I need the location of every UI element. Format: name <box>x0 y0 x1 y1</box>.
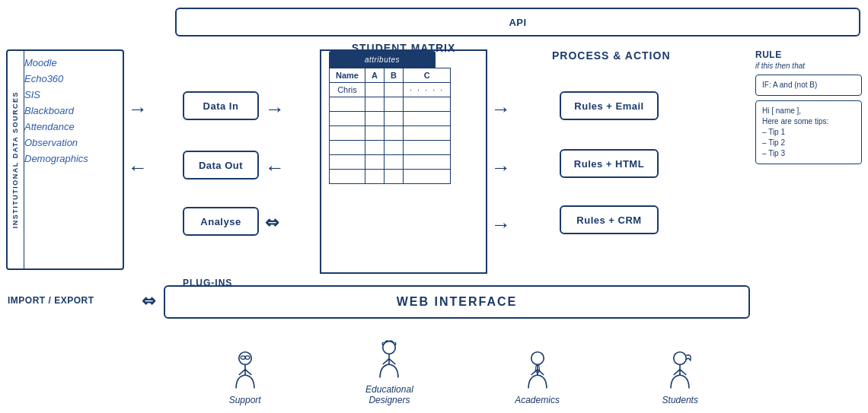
data-out-button[interactable]: Data Out <box>183 151 259 179</box>
rule-sublabel: if this then that <box>755 62 862 70</box>
arrow-matrix-to-crm: → <box>491 213 511 237</box>
rule-box-2: Hi [ name ], Here are some tips: – Tip 1… <box>755 100 862 164</box>
arrow-matrix-to-html: → <box>491 156 511 179</box>
data-in-button[interactable]: Data In <box>183 91 259 120</box>
rules-html-button[interactable]: Rules + HTML <box>560 149 659 178</box>
student-matrix-table: Name A B C Chris · · · · · <box>329 68 451 184</box>
table-row-empty4 <box>330 141 451 155</box>
arrow-inst-to-datain: → <box>128 97 148 121</box>
arrow-datain-to-matrix: → <box>265 97 285 121</box>
inst-item-attendance: Attendance <box>24 121 88 132</box>
table-row-empty5 <box>330 155 451 170</box>
import-export-label: IMPORT / EXPORT <box>8 295 94 306</box>
table-row: Chris · · · · · <box>330 83 451 97</box>
rules-email-button[interactable]: Rules + Email <box>560 91 659 120</box>
api-bar: API <box>175 8 860 37</box>
support-icon <box>226 350 264 392</box>
col-b: B <box>384 68 403 83</box>
educational-designers-icon <box>370 339 408 381</box>
analyse-button[interactable]: Analyse <box>183 207 259 236</box>
svg-line-5 <box>238 370 244 375</box>
table-row-empty6 <box>330 170 451 184</box>
rules-crm-button[interactable]: Rules + CRM <box>560 205 659 234</box>
arrow-dataout-left: ← <box>128 156 148 179</box>
rule-box-1: IF: A and (not B) <box>755 75 862 96</box>
rule-label: RULE <box>755 49 862 60</box>
table-row-empty1 <box>330 97 451 112</box>
svg-line-18 <box>680 370 686 375</box>
api-label: API <box>509 17 526 28</box>
institutional-items: Moodle Echo360 SIS Blackboard Attendance… <box>24 57 88 164</box>
students-icon <box>661 350 699 392</box>
user-students: Students <box>661 350 699 405</box>
svg-point-7 <box>383 342 396 354</box>
user-academics: Academics <box>515 350 560 405</box>
inst-item-blackboard: Blackboard <box>24 105 88 116</box>
academics-label: Academics <box>515 395 560 405</box>
cell-a <box>365 83 384 97</box>
inst-item-echo360: Echo360 <box>24 73 88 84</box>
col-name: Name <box>330 68 365 83</box>
table-row-empty2 <box>330 112 451 126</box>
arrow-matrix-to-email: → <box>491 97 511 121</box>
cell-dots: · · · · · <box>403 83 451 97</box>
students-label: Students <box>662 395 698 405</box>
web-interface-bar: WEB INTERFACE <box>164 285 750 319</box>
users-row: Support Educational Designers <box>175 339 750 405</box>
attributes-tab: attributes <box>329 51 436 68</box>
rule-section: RULE if this then that IF: A and (not B)… <box>755 49 862 169</box>
cell-name: Chris <box>330 83 365 97</box>
svg-line-10 <box>389 359 395 364</box>
svg-point-11 <box>531 352 544 365</box>
user-support: Support <box>226 350 264 405</box>
svg-point-15 <box>674 352 687 365</box>
svg-line-9 <box>383 359 389 364</box>
educational-designers-label: Educational Designers <box>365 384 413 405</box>
col-a: A <box>365 68 384 83</box>
arrow-analyse-double: ⇔ <box>265 213 279 233</box>
diagram: API INSTITUTIONAL DATA SOURCES Moodle Ec… <box>0 0 868 413</box>
inst-item-moodle: Moodle <box>24 57 88 68</box>
cell-b <box>384 83 403 97</box>
student-matrix: attributes Name A B C Chris <box>320 49 487 274</box>
institutional-label: INSTITUTIONAL DATA SOURCES <box>6 49 24 270</box>
col-c: C <box>403 68 451 83</box>
academics-icon <box>519 350 557 392</box>
inst-item-sis: SIS <box>24 89 88 100</box>
support-label: Support <box>229 395 261 405</box>
svg-line-6 <box>245 370 251 375</box>
table-row-empty3 <box>330 126 451 141</box>
svg-line-17 <box>674 370 680 375</box>
user-educational-designers: Educational Designers <box>365 339 413 405</box>
inst-item-observation: Observation <box>24 137 88 148</box>
inst-item-demographics: Demographics <box>24 153 88 164</box>
import-export-arrow: ⇔ <box>142 291 155 311</box>
arrow-matrix-to-dataout: ← <box>265 156 285 179</box>
process-action-header: PROCESS & ACTION <box>552 49 671 62</box>
